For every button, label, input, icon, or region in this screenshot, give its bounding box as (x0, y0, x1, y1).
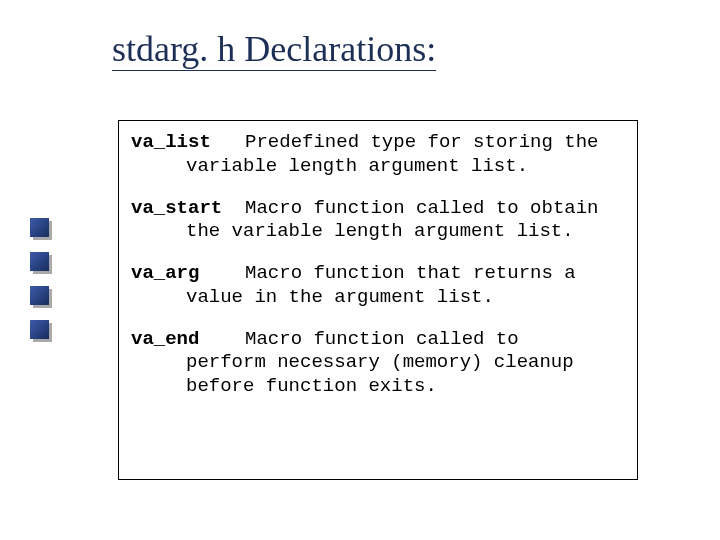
declarations-box: va_list Predefined type for storing the … (118, 120, 638, 480)
term-gap (211, 131, 245, 153)
declaration-entry: va_end Macro function called to perform … (131, 328, 625, 399)
declaration-term: va_end (131, 328, 199, 350)
declaration-desc-rest: the variable length argument list. (131, 220, 625, 244)
term-gap (222, 197, 245, 219)
decorative-bullets (30, 218, 90, 354)
declaration-desc-rest: variable length argument list. (131, 155, 625, 179)
declaration-term: va_list (131, 131, 211, 153)
declaration-desc-line1: Macro function called to obtain (245, 197, 598, 219)
square-bullet-icon (30, 320, 49, 339)
declaration-entry: va_list Predefined type for storing the … (131, 131, 625, 179)
declaration-term: va_start (131, 197, 222, 219)
square-bullet-icon (30, 218, 49, 237)
declaration-entry: va_arg Macro function that returns a val… (131, 262, 625, 310)
square-bullet-icon (30, 252, 49, 271)
square-bullet-icon (30, 286, 49, 305)
declaration-desc-rest: perform necessary (memory) cleanup befor… (131, 351, 625, 399)
declaration-desc-line1: Predefined type for storing the (245, 131, 598, 153)
declaration-entry: va_start Macro function called to obtain… (131, 197, 625, 245)
declaration-desc-line1: Macro function called to (245, 328, 519, 350)
declaration-term: va_arg (131, 262, 199, 284)
term-gap (199, 262, 245, 284)
term-gap (199, 328, 245, 350)
page-title: stdarg. h Declarations: (112, 30, 436, 71)
slide: stdarg. h Declarations: va_list Predefin… (0, 0, 720, 540)
declaration-desc-line1: Macro function that returns a (245, 262, 576, 284)
declaration-desc-rest: value in the argument list. (131, 286, 625, 310)
